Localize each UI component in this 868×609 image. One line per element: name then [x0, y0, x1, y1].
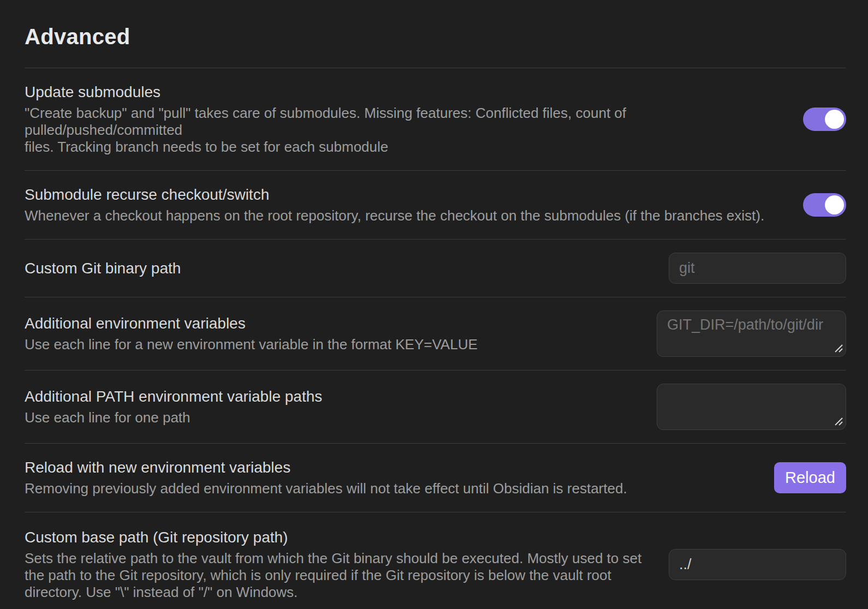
setting-info: Update submodules "Create backup" and "p…	[25, 83, 781, 156]
setting-name: Additional environment variables	[25, 314, 635, 332]
update-submodules-toggle[interactable]	[803, 108, 846, 131]
setting-row-custom-git-binary-path: Custom Git binary path	[25, 239, 846, 297]
setting-description: Removing previously added environment va…	[25, 480, 752, 497]
toggle-knob	[825, 195, 844, 214]
setting-name: Reload with new environment variables	[25, 458, 752, 476]
page-title: Advanced	[25, 0, 846, 68]
resize-handle-icon[interactable]	[835, 417, 843, 426]
setting-control	[669, 253, 846, 284]
setting-description: "Create backup" and "pull" takes care of…	[25, 105, 781, 156]
git-binary-path-input[interactable]	[669, 253, 846, 284]
setting-row-additional-path-env-paths: Additional PATH environment variable pat…	[25, 370, 846, 443]
setting-description: Use each line for a new environment vari…	[25, 336, 635, 353]
setting-row-custom-base-path: Custom base path (Git repository path) S…	[25, 512, 846, 609]
setting-info: Additional environment variables Use eac…	[25, 314, 635, 353]
setting-control: Reload	[774, 462, 846, 493]
setting-control	[657, 311, 846, 357]
setting-name: Submodule recurse checkout/switch	[25, 186, 781, 204]
settings-advanced-panel: Advanced Update submodules "Create backu…	[0, 0, 868, 609]
env-vars-textarea[interactable]	[657, 311, 846, 357]
toggle-knob	[825, 110, 844, 129]
setting-control	[669, 549, 846, 580]
setting-description: Use each line for one path	[25, 409, 635, 426]
setting-info: Submodule recurse checkout/switch Whenev…	[25, 186, 781, 224]
setting-info: Reload with new environment variables Re…	[25, 458, 752, 497]
setting-info: Custom base path (Git repository path) S…	[25, 528, 647, 601]
submodule-recurse-toggle[interactable]	[803, 193, 846, 217]
setting-control	[657, 384, 846, 430]
setting-control	[803, 108, 846, 131]
reload-button[interactable]: Reload	[774, 462, 846, 493]
setting-name: Custom base path (Git repository path)	[25, 528, 647, 546]
setting-row-update-submodules: Update submodules "Create backup" and "p…	[25, 68, 846, 170]
setting-info: Additional PATH environment variable pat…	[25, 387, 635, 426]
setting-name: Update submodules	[25, 83, 781, 101]
setting-name: Additional PATH environment variable pat…	[25, 387, 635, 405]
setting-description: Whenever a checkout happens on the root …	[25, 207, 781, 224]
setting-control	[803, 193, 846, 217]
setting-row-additional-env-vars: Additional environment variables Use eac…	[25, 297, 846, 370]
setting-info: Custom Git binary path	[25, 259, 647, 277]
setting-row-submodule-recurse-checkout: Submodule recurse checkout/switch Whenev…	[25, 170, 846, 239]
path-env-textarea[interactable]	[657, 384, 846, 430]
setting-row-reload-env-vars: Reload with new environment variables Re…	[25, 443, 846, 512]
setting-description: Sets the relative path to the vault from…	[25, 550, 647, 601]
resize-handle-icon[interactable]	[835, 344, 843, 353]
base-path-input[interactable]	[669, 549, 846, 580]
setting-name: Custom Git binary path	[25, 259, 647, 277]
